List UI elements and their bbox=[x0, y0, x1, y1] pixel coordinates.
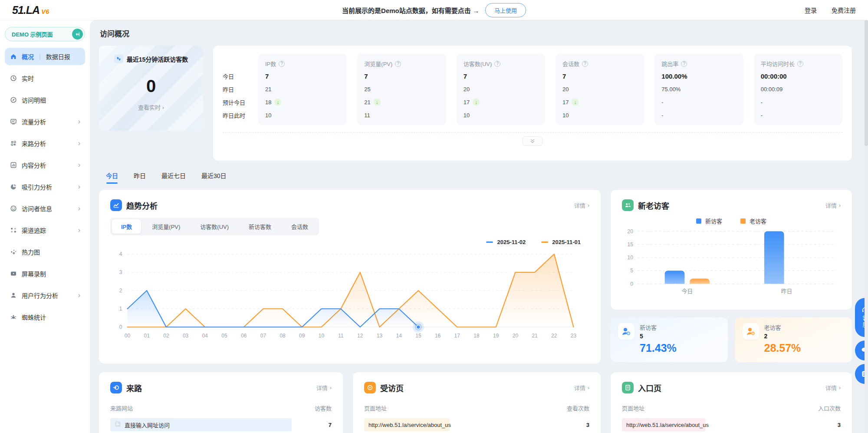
sidebar-item-label: 吸引力分析 bbox=[22, 182, 52, 191]
help-icon[interactable]: ? bbox=[797, 61, 803, 67]
use-now-button[interactable]: 马上使用 bbox=[485, 3, 526, 17]
detail-link[interactable]: 详情› bbox=[316, 383, 332, 392]
stat-value: 00:00:00 bbox=[761, 69, 835, 83]
sidebar-item-7[interactable]: 访问者信息› bbox=[5, 200, 85, 217]
svg-text:12: 12 bbox=[357, 333, 363, 339]
table-header: 页面地址入口次数 bbox=[622, 404, 841, 412]
help-icon[interactable]: ? bbox=[494, 61, 500, 67]
help-icon[interactable]: ? bbox=[395, 61, 401, 67]
face-icon bbox=[10, 205, 17, 212]
legend-item: 2025-11-02 bbox=[486, 239, 526, 245]
svg-text:09: 09 bbox=[299, 333, 305, 339]
chevron-right-icon: › bbox=[78, 292, 80, 299]
trend-down-icon: ↓ bbox=[374, 99, 381, 106]
svg-text:10: 10 bbox=[628, 255, 634, 261]
trend-metric-tab-3[interactable]: 新访客数 bbox=[240, 219, 280, 234]
trend-detail-link[interactable]: 详情› bbox=[574, 201, 589, 209]
sidebar-item-8[interactable]: 渠道追踪› bbox=[5, 221, 85, 239]
svg-text:19: 19 bbox=[493, 333, 499, 339]
metric-card: IP数?72118↓10 bbox=[258, 53, 347, 125]
table-row[interactable]: http://web.51.la/service/about_us3 bbox=[364, 418, 589, 431]
svg-text:05: 05 bbox=[221, 333, 227, 339]
doc-icon bbox=[622, 382, 634, 393]
logo[interactable]: 51.LA V6 bbox=[12, 4, 49, 17]
sidebar-item-9[interactable]: 热力图 bbox=[5, 243, 85, 261]
site-selector-badge[interactable]: DEMO 示例页面 bbox=[5, 27, 85, 41]
old-visitor-icon bbox=[743, 323, 759, 340]
trend-metric-tab-1[interactable]: 浏览量(PV) bbox=[143, 219, 189, 234]
stat-value: - bbox=[761, 109, 835, 122]
user-icon bbox=[10, 292, 17, 299]
svg-text:22: 22 bbox=[551, 333, 557, 339]
login-link[interactable]: 登录 bbox=[805, 6, 817, 14]
chevron-right-icon: › bbox=[78, 140, 80, 147]
scrollbar-thumb[interactable] bbox=[865, 20, 868, 146]
sidebar-item-11[interactable]: 用户行为分析› bbox=[5, 287, 85, 304]
sidebar-item-0[interactable]: 概况|数据日报 bbox=[5, 48, 85, 65]
card-title: 入口页 bbox=[638, 382, 661, 393]
range-tab-2[interactable]: 最近七日 bbox=[161, 171, 186, 184]
collapse-overview-button[interactable] bbox=[523, 136, 542, 146]
bug-icon bbox=[10, 314, 17, 321]
sidebar-item-sublabel: 数据日报 bbox=[46, 52, 70, 61]
trend-down-icon: ↓ bbox=[572, 99, 579, 106]
view-realtime-link[interactable]: 查看实时 › bbox=[105, 103, 197, 111]
new-visitors-label: 新访客 bbox=[640, 323, 657, 331]
help-icon[interactable]: ? bbox=[582, 61, 588, 67]
register-link[interactable]: 免费注册 bbox=[832, 6, 856, 14]
new-old-visitors-card: 新老访客 详情› 新访客老访客 05101520今日昨日 bbox=[611, 190, 852, 310]
sidebar-item-label: 实时 bbox=[22, 74, 34, 83]
overview-row-label: 预计今日 bbox=[223, 96, 249, 109]
metric-label: 访客数(UV)? bbox=[464, 58, 538, 69]
sidebar-item-10[interactable]: 屏幕录制 bbox=[5, 265, 85, 282]
stat-value: 7 bbox=[562, 69, 637, 83]
sidebar-collapse-button[interactable] bbox=[72, 29, 83, 40]
stat-value: 17↓ bbox=[464, 96, 538, 109]
svg-text:4: 4 bbox=[119, 251, 122, 257]
detail-link[interactable]: 详情› bbox=[574, 383, 589, 392]
svg-text:10: 10 bbox=[319, 333, 325, 339]
sidebar-item-1[interactable]: 实时 bbox=[5, 69, 85, 87]
range-tab-1[interactable]: 昨日 bbox=[134, 171, 146, 184]
metric-card: 访客数(UV)?72017↓10 bbox=[457, 53, 545, 125]
card-title: 受访页 bbox=[380, 382, 404, 393]
table-row[interactable]: 直接输入网址访问7 bbox=[110, 418, 332, 431]
table-row[interactable]: http://web.51.la/service/about_us3 bbox=[622, 418, 841, 431]
sidebar-item-6[interactable]: 吸引力分析› bbox=[5, 178, 85, 195]
bottom-tables-row: 来路详情›来路网站访客数直接输入网址访问7受访页详情›页面地址查看次数http:… bbox=[99, 372, 852, 433]
svg-text:16: 16 bbox=[435, 333, 441, 339]
metric-label: IP数? bbox=[265, 58, 340, 69]
sidebar-item-2[interactable]: 访问明细 bbox=[5, 91, 85, 109]
sidebar-item-4[interactable]: 来路分析› bbox=[5, 135, 85, 152]
people-icon bbox=[622, 199, 634, 211]
legend-swatch bbox=[696, 218, 701, 224]
metric-columns: IP数?72118↓10浏览量(PV)?72521↓11访客数(UV)?7201… bbox=[258, 53, 842, 125]
svg-text:0: 0 bbox=[630, 281, 633, 287]
range-tab-3[interactable]: 最近30日 bbox=[201, 171, 227, 184]
trend-card-title: 趋势分析 bbox=[126, 200, 158, 211]
old-visitors-label: 老访客 bbox=[764, 323, 781, 331]
sidebar-item-3[interactable]: 流量分析› bbox=[5, 113, 85, 130]
range-tab-0[interactable]: 今日 bbox=[106, 171, 118, 184]
trend-metric-tab-0[interactable]: IP数 bbox=[112, 219, 141, 234]
sidebar-menu: 概况|数据日报实时访问明细流量分析›来路分析›内容分析›吸引力分析›访问者信息›… bbox=[5, 48, 85, 326]
svg-text:13: 13 bbox=[377, 333, 383, 339]
stat-value: 20 bbox=[464, 83, 538, 96]
old-visitors-percent: 28.57% bbox=[764, 342, 845, 354]
help-icon[interactable]: ? bbox=[279, 61, 285, 67]
trend-metric-tab-4[interactable]: 会话数 bbox=[282, 219, 317, 234]
compass-icon bbox=[10, 96, 17, 104]
sidebar-item-5[interactable]: 内容分析› bbox=[5, 156, 85, 174]
svg-text:1: 1 bbox=[119, 306, 122, 312]
help-icon[interactable]: ? bbox=[681, 61, 687, 67]
visitors-detail-link[interactable]: 详情› bbox=[825, 201, 841, 209]
old-visitors-stat-card: 老访客 2 28.57% bbox=[735, 317, 852, 362]
sidebar-item-12[interactable]: 蜘蛛统计 bbox=[5, 308, 85, 326]
svg-text:0: 0 bbox=[119, 324, 122, 330]
trend-metric-tab-2[interactable]: 访客数(UV) bbox=[191, 219, 238, 234]
metric-card: 会话数?72017↓10 bbox=[556, 53, 644, 125]
new-visitors-count: 5 bbox=[640, 333, 657, 340]
dashed-divider bbox=[223, 132, 842, 132]
detail-link[interactable]: 详情› bbox=[825, 383, 841, 392]
scrollbar[interactable] bbox=[865, 20, 868, 433]
